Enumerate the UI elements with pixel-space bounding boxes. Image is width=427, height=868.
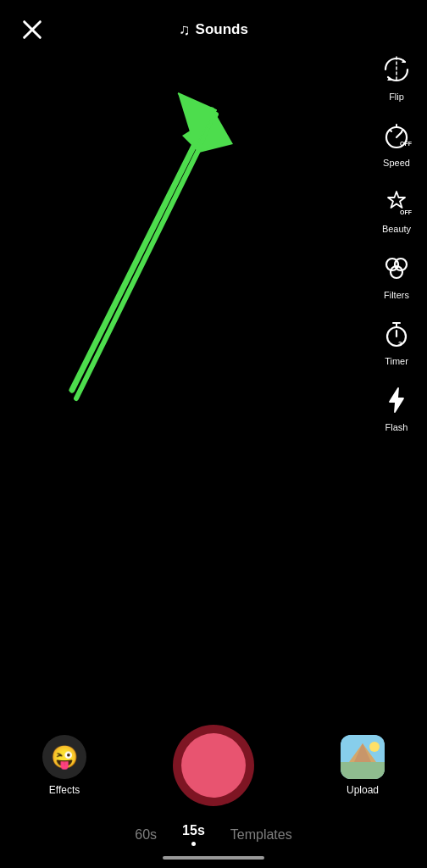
upload-label: Upload (347, 784, 379, 796)
sounds-button[interactable]: ♫ Sounds (179, 21, 248, 39)
record-button[interactable] (173, 725, 254, 806)
flip-label: Flip (389, 92, 404, 102)
bottom-section: 😜 Effects (0, 708, 427, 868)
toolbar-item-timer[interactable]: 3 Timer (374, 315, 419, 366)
svg-text:OFF: OFF (400, 209, 412, 215)
speed-icon: OFF (378, 117, 415, 154)
timer-label: Timer (385, 356, 408, 366)
beauty-label: Beauty (382, 224, 411, 234)
flip-icon (378, 51, 415, 88)
timer-icon: 3 (378, 315, 415, 353)
filters-label: Filters (384, 290, 409, 300)
toolbar-item-beauty[interactable]: OFF Beauty (374, 183, 419, 234)
upload-button[interactable]: Upload (341, 735, 385, 796)
mode-tabs: 60s 15s Templates (0, 815, 427, 851)
tab-templates[interactable]: Templates (230, 827, 292, 843)
svg-line-22 (72, 110, 212, 390)
effects-label: Effects (49, 784, 80, 796)
close-button[interactable] (17, 14, 47, 45)
upload-icon (341, 735, 385, 779)
beauty-icon: OFF (378, 183, 415, 220)
speed-label: Speed (383, 158, 410, 168)
effects-button[interactable]: 😜 Effects (42, 735, 86, 796)
filters-icon (378, 249, 415, 287)
toolbar-item-flash[interactable]: Flash (374, 381, 419, 432)
arrow-overlay (47, 68, 267, 407)
svg-text:OFF: OFF (400, 141, 412, 147)
svg-line-6 (390, 130, 391, 131)
svg-rect-24 (341, 762, 385, 779)
home-indicator (0, 851, 427, 868)
right-toolbar: Flip OFF Speed OFF Beauty (374, 51, 419, 432)
svg-line-7 (402, 130, 403, 131)
sounds-label: Sounds (196, 21, 248, 38)
camera-controls: 😜 Effects (0, 708, 427, 815)
flash-icon (378, 381, 415, 419)
toolbar-item-flip[interactable]: Flip (374, 51, 419, 102)
toolbar-item-filters[interactable]: Filters (374, 249, 419, 300)
svg-line-5 (396, 132, 402, 137)
toolbar-item-speed[interactable]: OFF Speed (374, 117, 419, 168)
top-bar: ♫ Sounds (0, 0, 427, 59)
svg-text:3: 3 (398, 340, 402, 348)
tab-60s[interactable]: 60s (135, 827, 157, 843)
svg-marker-18 (390, 388, 403, 412)
music-icon: ♫ (179, 21, 191, 39)
effects-icon: 😜 (42, 735, 86, 779)
svg-point-27 (369, 742, 380, 752)
record-button-inner (181, 733, 246, 798)
active-tab-dot (191, 842, 196, 846)
home-bar (163, 856, 264, 860)
flash-label: Flash (385, 422, 408, 432)
tab-15s[interactable]: 15s (182, 823, 205, 846)
